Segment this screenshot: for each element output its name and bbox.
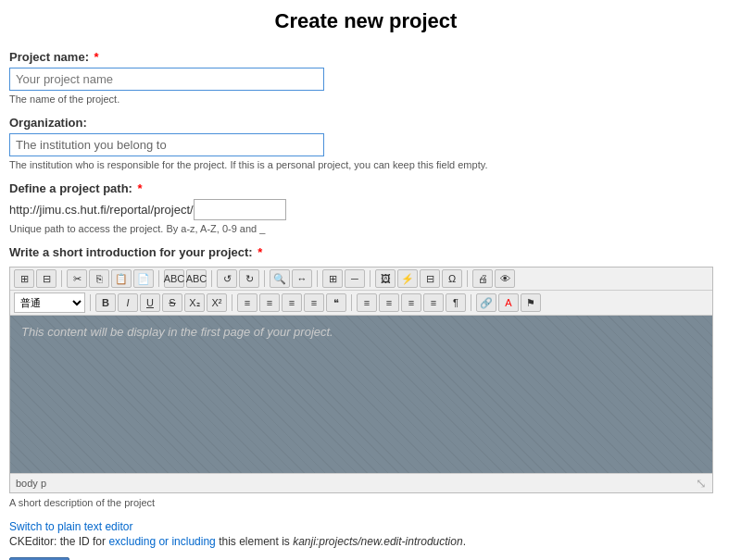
ckeditor-wrapper: ⊞ ⊟ ✂ ⎘ 📋 📄 ABC ABC ↺ ↻ 🔍 ↔ ⊞ ─ 🖼 ⚡ ⊟ Ω [9,267,713,493]
toolbar-outdent-btn[interactable]: ≡ [304,293,324,312]
toolbar-bold-btn[interactable]: B [95,293,116,312]
toolbar-textcolor-btn[interactable]: A [498,293,519,312]
toolbar-ul-btn[interactable]: ≡ [237,293,257,312]
toolbar-sep-11 [471,294,471,311]
toolbar-pastetxt-btn[interactable]: 📄 [133,269,154,288]
toolbar-style-select[interactable]: 普通 Heading 1 Heading 2 [14,292,85,313]
resize-handle[interactable]: ⤡ [696,476,707,491]
toolbar-sep-5 [317,270,318,287]
toolbar-spell2-btn[interactable]: ABC [186,269,207,288]
element-id: kanji:projects/new.edit-introduction [293,535,462,548]
ckeditor-info: CKEditor: the ID for excluding or includ… [9,535,722,548]
toolbar-flag-btn[interactable]: ⚑ [521,293,541,312]
toolbar-specialchar-btn[interactable]: Ω [442,269,462,288]
toolbar-copy-btn[interactable]: ⎘ [89,269,109,288]
toolbar-ol-btn[interactable]: ≡ [259,293,280,312]
toolbar-strike-btn[interactable]: S [162,293,182,312]
toolbar-underline-btn[interactable]: U [140,293,160,312]
toolbar-sep-1 [61,270,62,287]
path-prefix: http://jimu.cs.hut.fi/reportal/project/ [9,203,194,217]
toolbar-paragraph-btn[interactable]: ¶ [446,293,466,312]
toolbar-sep-8 [90,294,91,311]
statusbar-text: body p [16,478,46,489]
organization-input[interactable] [9,133,324,156]
toolbar-table-btn[interactable]: ⊞ [322,269,343,288]
toolbar-sub-btn[interactable]: X₂ [184,293,205,312]
project-name-input[interactable] [9,68,324,91]
toolbar-source-btn[interactable]: ⊞ [14,269,34,288]
switch-editor-row: Switch to plain text editor [9,519,722,533]
toolbar-find-btn[interactable]: 🔍 [270,269,290,288]
toolbar-row-2: 普通 Heading 1 Heading 2 B I U S X₂ X² ≡ ≡… [10,291,712,316]
toolbar-table2-btn[interactable]: ⊟ [420,269,440,288]
toolbar-spell-btn[interactable]: ABC [164,269,184,288]
toolbar-indent-btn[interactable]: ≡ [282,293,302,312]
toolbar-paste-btn[interactable]: 📋 [111,269,132,288]
editor-hint: A short description of the project [9,497,722,508]
project-name-hint: The name of the project. [9,93,722,105]
toolbar-italic-btn[interactable]: I [118,293,138,312]
toolbar-flash-btn[interactable]: ⚡ [397,269,418,288]
switch-editor-link[interactable]: Switch to plain text editor [9,520,132,533]
toolbar-replace-btn[interactable]: ↔ [292,269,312,288]
toolbar-image-btn[interactable]: 🖼 [375,269,396,288]
toolbar-sup-btn[interactable]: X² [207,293,227,312]
project-name-group: Project name: * The name of the project. [9,50,722,105]
organization-hint: The institution who is responsible for t… [9,159,722,170]
toolbar-align-right-btn[interactable]: ≡ [401,293,421,312]
toolbar-align-left-btn[interactable]: ≡ [357,293,377,312]
editor-body[interactable]: This content will be display in the firs… [10,316,712,473]
introduction-label: Write a short introduction for your proj… [9,245,722,259]
toolbar-row-1: ⊞ ⊟ ✂ ⎘ 📋 📄 ABC ABC ↺ ↻ 🔍 ↔ ⊞ ─ 🖼 ⚡ ⊟ Ω [10,268,712,291]
toolbar-align-center-btn[interactable]: ≡ [379,293,399,312]
toolbar-sep-10 [351,294,352,311]
editor-statusbar: body p ⤡ [10,473,712,492]
toolbar-preview-btn[interactable]: 👁 [495,269,515,288]
toolbar-sep-7 [467,270,468,287]
page-title: Create new project [9,9,722,33]
project-path-group: Define a project path: * http://jimu.cs.… [9,181,722,234]
path-row: http://jimu.cs.hut.fi/reportal/project/ [9,199,722,220]
project-path-input[interactable] [194,199,286,220]
excluding-including-link[interactable]: excluding or including [108,535,215,548]
toolbar-align-justify-btn[interactable]: ≡ [423,293,444,312]
toolbar-sep-4 [264,270,265,287]
project-path-label: Define a project path: * [9,181,722,195]
toolbar-hline-btn[interactable]: ─ [345,269,365,288]
introduction-group: Write a short introduction for your proj… [9,245,722,508]
editor-placeholder: This content will be display in the firs… [10,316,712,348]
toolbar-sep-9 [232,294,232,311]
toolbar-undo-btn[interactable]: ↺ [217,269,237,288]
organization-label: Organization: [9,116,722,130]
toolbar-newpage-btn[interactable]: ⊟ [36,269,57,288]
toolbar-link-btn[interactable]: 🔗 [476,293,496,312]
toolbar-sep-3 [211,270,212,287]
toolbar-blockquote-btn[interactable]: ❝ [326,293,346,312]
toolbar-sep-6 [370,270,370,287]
project-path-hint: Unique path to access the project. By a-… [9,223,722,234]
organization-group: Organization: The institution who is res… [9,116,722,170]
toolbar-sep-2 [158,270,159,287]
toolbar-print-btn[interactable]: 🖨 [472,269,493,288]
toolbar-cut-btn[interactable]: ✂ [67,269,87,288]
project-name-label: Project name: * [9,50,722,64]
toolbar-redo-btn[interactable]: ↻ [239,269,259,288]
